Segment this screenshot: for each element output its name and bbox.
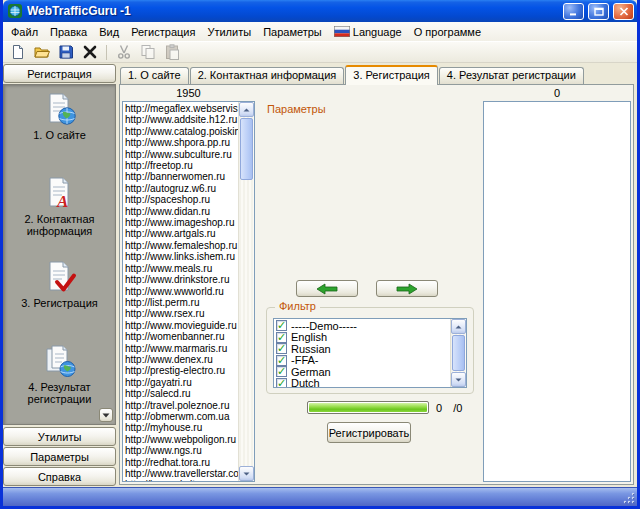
checkbox-icon[interactable] xyxy=(276,332,287,343)
scroll-up-button[interactable] xyxy=(239,102,254,117)
url-list-item[interactable]: http://spaceshop.ru xyxy=(125,194,238,205)
url-list-item[interactable]: http://bannerwomen.ru xyxy=(125,171,238,182)
sidebar-item-registration[interactable]: 3. Регистрация xyxy=(4,253,115,337)
url-list-item[interactable]: http://megaflex.webservis.ru xyxy=(125,103,238,114)
url-list-item[interactable]: http://gayatri.ru xyxy=(125,377,238,388)
url-list-item[interactable]: http://www.webpoligon.ru xyxy=(125,434,238,445)
maximize-button[interactable] xyxy=(588,3,609,20)
scroll-down-button[interactable] xyxy=(451,372,466,387)
url-list-item[interactable]: http://www.travellerstar.com xyxy=(125,468,238,479)
url-list-item[interactable]: http://autogruz.w6.ru xyxy=(125,183,238,194)
url-list-item[interactable]: http://www.meals.ru xyxy=(125,263,238,274)
menu-view[interactable]: Вид xyxy=(93,23,125,41)
url-list-item[interactable]: http://www.marmaris.ru xyxy=(125,343,238,354)
open-button[interactable] xyxy=(30,43,53,62)
url-listbox[interactable]: http://megaflex.webservis.ru http://www.… xyxy=(122,101,255,482)
sidebar-header-registration[interactable]: Регистрация xyxy=(3,64,116,83)
url-list-item[interactable]: http://www.wwworld.ru xyxy=(125,286,238,297)
filter-list-scrollbar[interactable] xyxy=(450,319,466,387)
url-list-item[interactable]: http://www.femaleshop.ru xyxy=(125,240,238,251)
close-button[interactable] xyxy=(613,3,634,20)
url-list-item[interactable]: http://obmerwm.com.ua xyxy=(125,411,238,422)
tab-contact-info[interactable]: 2. Контактная информация xyxy=(190,67,345,84)
url-list-item[interactable]: http://redhat.tora.ru xyxy=(125,457,238,468)
url-list-item[interactable]: http://list.perm.ru xyxy=(125,297,238,308)
filter-option[interactable]: Russian xyxy=(274,343,450,355)
url-list-item[interactable]: http://www.ngs.ru xyxy=(125,445,238,456)
url-list-item[interactable]: http://www.movieguide.ru xyxy=(125,320,238,331)
sidebar-item-utilities[interactable]: Утилиты xyxy=(3,427,116,446)
progress-counter: 0 /0 xyxy=(436,402,462,414)
menu-utilities[interactable]: Утилиты xyxy=(201,23,257,41)
register-button[interactable]: Регистрировать xyxy=(327,422,411,443)
url-list-scrollbar[interactable] xyxy=(238,102,254,481)
filter-option[interactable]: -----Demo----- xyxy=(274,320,450,332)
menu-parameters[interactable]: Параметры xyxy=(257,23,328,41)
scrollbar-track[interactable] xyxy=(451,334,466,372)
tab-registration-result[interactable]: 4. Результат регистрации xyxy=(439,67,584,84)
url-list-item[interactable]: http://www.addsite.h12.ru xyxy=(125,114,238,125)
scrollbar-thumb[interactable] xyxy=(452,335,465,371)
scrollbar-track[interactable] xyxy=(239,117,254,466)
checkbox-icon[interactable] xyxy=(276,320,287,331)
checkbox-icon[interactable] xyxy=(276,355,287,366)
url-list-item[interactable]: http://travel.poleznoe.ru xyxy=(125,400,238,411)
url-list-item[interactable]: http://prestig-electro.ru xyxy=(125,365,238,376)
paste-button[interactable] xyxy=(160,43,183,62)
app-window: WebTrafficGuru -1 Файл Правка Вид Регист… xyxy=(0,0,640,509)
url-list-item[interactable]: http://www.catalog.poiskinfo xyxy=(125,126,238,137)
filter-option[interactable]: -FFA- xyxy=(274,355,450,367)
toolbar-separator xyxy=(106,45,107,60)
scroll-down-icon xyxy=(455,378,462,382)
sidebar-scroll-down-button[interactable] xyxy=(99,408,113,422)
scroll-down-button[interactable] xyxy=(239,466,254,481)
tab-about-site[interactable]: 1. О сайте xyxy=(120,67,189,84)
save-button[interactable] xyxy=(54,43,77,62)
sidebar-item-registration-result[interactable]: 4. Результат регистрации xyxy=(4,337,115,421)
sidebar-item-about-site[interactable]: 1. О сайте xyxy=(4,85,115,169)
url-list-item[interactable]: http://www.links.ishem.ru xyxy=(125,251,238,262)
filter-option[interactable]: Dutch xyxy=(274,378,450,388)
delete-button[interactable] xyxy=(78,43,101,62)
copy-button[interactable] xyxy=(136,43,159,62)
filter-listbox[interactable]: -----Demo----- English Russi xyxy=(273,318,467,388)
checkbox-icon[interactable] xyxy=(276,378,287,387)
url-list-item[interactable]: http://www.didan.ru xyxy=(125,206,238,217)
scroll-up-button[interactable] xyxy=(451,319,466,334)
new-document-button[interactable] xyxy=(6,43,29,62)
menu-language[interactable]: Language xyxy=(328,23,408,41)
url-list-item[interactable]: http://bryanskcity.ru xyxy=(125,479,238,481)
menu-registration[interactable]: Регистрация xyxy=(125,23,201,41)
sidebar-item-parameters[interactable]: Параметры xyxy=(3,447,116,466)
tab-registration[interactable]: 3. Регистрация xyxy=(345,65,438,85)
move-right-button[interactable] xyxy=(376,280,438,297)
url-list-item[interactable]: http://www.imageshop.ru xyxy=(125,217,238,228)
menu-edit[interactable]: Правка xyxy=(44,23,93,41)
titlebar[interactable]: WebTrafficGuru -1 xyxy=(3,0,637,22)
minimize-button[interactable] xyxy=(563,3,584,20)
url-list-item[interactable]: http://freetop.ru xyxy=(125,160,238,171)
url-list-item[interactable]: http://www.denex.ru xyxy=(125,354,238,365)
url-list-item[interactable]: http://www.shpora.pp.ru xyxy=(125,137,238,148)
scrollbar-thumb[interactable] xyxy=(240,118,253,180)
filter-option[interactable]: German xyxy=(274,366,450,378)
resize-grip[interactable] xyxy=(622,491,636,505)
sidebar-item-contact-info[interactable]: A 2. Контактная информация xyxy=(4,169,115,253)
cut-button[interactable] xyxy=(112,43,135,62)
sidebar-item-help[interactable]: Справка xyxy=(3,467,116,486)
url-list-item[interactable]: http://www.subculture.ru xyxy=(125,149,238,160)
menu-about[interactable]: О программе xyxy=(408,23,487,41)
menu-file[interactable]: Файл xyxy=(5,23,44,41)
filter-option[interactable]: English xyxy=(274,332,450,344)
url-list-item[interactable]: http://myhouse.ru xyxy=(125,422,238,433)
url-list-item[interactable]: http://womenbanner.ru xyxy=(125,331,238,342)
checkbox-icon[interactable] xyxy=(276,343,287,354)
url-list-item[interactable]: http://salecd.ru xyxy=(125,388,238,399)
url-list-item[interactable]: http://www.drinkstore.ru xyxy=(125,274,238,285)
url-list-item[interactable]: http://www.artgals.ru xyxy=(125,228,238,239)
checkbox-icon[interactable] xyxy=(276,366,287,377)
progress-total: /0 xyxy=(453,402,462,414)
move-left-button[interactable] xyxy=(296,280,358,297)
scroll-down-icon xyxy=(243,472,250,476)
url-list-item[interactable]: http://www.rsex.ru xyxy=(125,308,238,319)
